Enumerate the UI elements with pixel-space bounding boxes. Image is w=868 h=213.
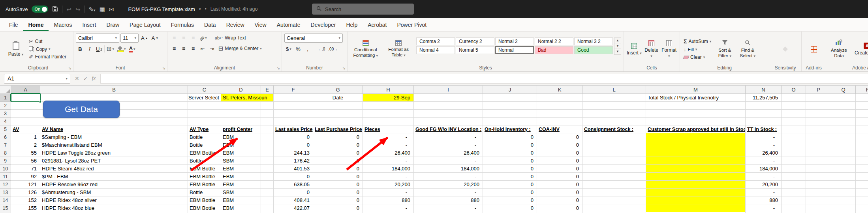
row-header-11[interactable]: 11	[0, 173, 11, 181]
cell-I2[interactable]	[414, 102, 483, 110]
cell-L4[interactable]	[582, 118, 646, 125]
cell-I3[interactable]	[414, 110, 483, 118]
col-header-O[interactable]: O	[782, 86, 806, 94]
cell-J5[interactable]: On-Hold Inventory :	[483, 125, 537, 133]
cell-J2[interactable]	[483, 102, 537, 110]
addins-button[interactable]	[811, 46, 817, 52]
cell-K1[interactable]	[537, 94, 582, 102]
fill-button[interactable]: Fill ▾	[682, 46, 712, 53]
cell-G10[interactable]: 0	[313, 165, 363, 173]
cell-F11[interactable]: 0	[274, 173, 313, 181]
cell-C12[interactable]: EBM Bottle	[188, 181, 221, 189]
cell-K11[interactable]: 0	[537, 173, 582, 181]
style-comma-2[interactable]: Comma 2	[416, 37, 455, 45]
cell-F7[interactable]: 0	[274, 141, 313, 149]
row-header-8[interactable]: 8	[0, 149, 11, 157]
cell-N2[interactable]	[746, 102, 782, 110]
cell-R10[interactable]	[856, 165, 868, 173]
cell-O5[interactable]	[782, 125, 806, 133]
cell-K15[interactable]: 0	[537, 204, 582, 212]
cell-P10[interactable]	[806, 165, 831, 173]
sensitivity-button[interactable]	[783, 47, 788, 52]
cell-O14[interactable]	[782, 196, 806, 204]
cell-C6[interactable]: Bottle	[188, 133, 221, 141]
cell-R11[interactable]	[856, 173, 868, 181]
cell-O1[interactable]	[782, 94, 806, 102]
cell-P11[interactable]	[806, 173, 831, 181]
orientation-button[interactable]: ▾	[198, 34, 208, 42]
cell-H12[interactable]: 20,200	[363, 181, 414, 189]
cell-D1[interactable]: St. Peters, Missouri	[221, 94, 274, 102]
col-header-J[interactable]: J	[483, 86, 537, 94]
cell-Q1[interactable]	[831, 94, 856, 102]
cell-F5[interactable]: Last sales Price	[274, 125, 313, 133]
cell-O10[interactable]	[782, 165, 806, 173]
cell-O3[interactable]	[782, 110, 806, 118]
cell-B12[interactable]: HDPE Resolve 96oz red	[40, 181, 188, 189]
cell-H3[interactable]	[363, 110, 414, 118]
row-header-13[interactable]: 13	[0, 189, 11, 196]
cell-N8[interactable]: 26,400	[746, 149, 782, 157]
cell-B9[interactable]: 0291881- Lysol 28oz PET	[40, 157, 188, 165]
cell-K9[interactable]: 0	[537, 157, 582, 165]
cell-N15[interactable]: -	[746, 204, 782, 212]
col-header-E[interactable]: E	[261, 86, 274, 94]
cell-E5[interactable]	[261, 125, 274, 133]
cell-G6[interactable]: 0	[313, 133, 363, 141]
cell-D13[interactable]: SBM	[221, 189, 261, 196]
cell-E4[interactable]	[261, 118, 274, 125]
select-all-corner[interactable]	[0, 86, 11, 94]
formula-input[interactable]	[100, 74, 868, 84]
cell-K3[interactable]	[537, 110, 582, 118]
cell-O7[interactable]	[782, 141, 806, 149]
cell-F8[interactable]: 244.13	[274, 149, 313, 157]
cell-E14[interactable]	[261, 196, 274, 204]
row-header-14[interactable]: 14	[0, 196, 11, 204]
cell-C8[interactable]: EBM Bottle	[188, 149, 221, 157]
cell-F3[interactable]	[274, 110, 313, 118]
cell-B5[interactable]: AV Name	[40, 125, 188, 133]
cell-N5[interactable]: TT in Stock :	[746, 125, 782, 133]
cell-E15[interactable]	[261, 204, 274, 212]
cell-D5[interactable]: profit Center	[221, 125, 261, 133]
cell-E12[interactable]	[261, 181, 274, 189]
cell-K14[interactable]: 0	[537, 196, 582, 204]
cell-L5[interactable]: Consignment Stock :	[582, 125, 646, 133]
cell-D7[interactable]: EBM	[221, 141, 261, 149]
cell-E10[interactable]	[261, 165, 274, 173]
cell-I5[interactable]: Good FG W/o INV Location :	[414, 125, 483, 133]
copy-button[interactable]: Copy ▾	[28, 46, 68, 52]
cell-J7[interactable]: 0	[483, 141, 537, 149]
cell-C10[interactable]: EBM Bottle	[188, 165, 221, 173]
cell-B13[interactable]: $Abmusterung - SBM	[40, 189, 188, 196]
cell-P15[interactable]	[806, 204, 831, 212]
cell-K2[interactable]	[537, 102, 582, 110]
cell-G13[interactable]: 0	[313, 189, 363, 196]
cell-G4[interactable]	[313, 118, 363, 125]
cell-R4[interactable]	[856, 118, 868, 125]
cell-Q7[interactable]	[831, 141, 856, 149]
find-select-button[interactable]: Find &Select ▾	[737, 34, 758, 65]
borders-button[interactable]: ▾	[105, 45, 115, 53]
cell-F13[interactable]: 0	[274, 189, 313, 196]
cell-P6[interactable]	[806, 133, 831, 141]
cell-D9[interactable]: SBM	[221, 157, 261, 165]
cell-C5[interactable]: AV Type	[188, 125, 221, 133]
row-header-15[interactable]: 15	[0, 204, 11, 212]
col-header-A[interactable]: A	[11, 86, 40, 94]
cell-L6[interactable]	[582, 133, 646, 141]
cell-R9[interactable]	[856, 157, 868, 165]
cell-G3[interactable]	[313, 110, 363, 118]
number-format-select[interactable]: General▾	[284, 34, 343, 43]
cell-Q13[interactable]	[831, 189, 856, 196]
merge-center-button[interactable]: Merge & Center ▾	[217, 45, 263, 52]
cell-E7[interactable]	[261, 141, 274, 149]
cell-I12[interactable]: 20,200	[414, 181, 483, 189]
cell-N9[interactable]: -	[746, 157, 782, 165]
cell-D3[interactable]	[221, 110, 261, 118]
cell-P5[interactable]	[806, 125, 831, 133]
cell-A4[interactable]	[11, 118, 40, 125]
cell-N12[interactable]: 20,200	[746, 181, 782, 189]
gallery-scroll-up-icon[interactable]: ▲	[614, 38, 621, 43]
cell-M5[interactable]: Customer Scrap approved but still in Sto…	[646, 125, 746, 133]
